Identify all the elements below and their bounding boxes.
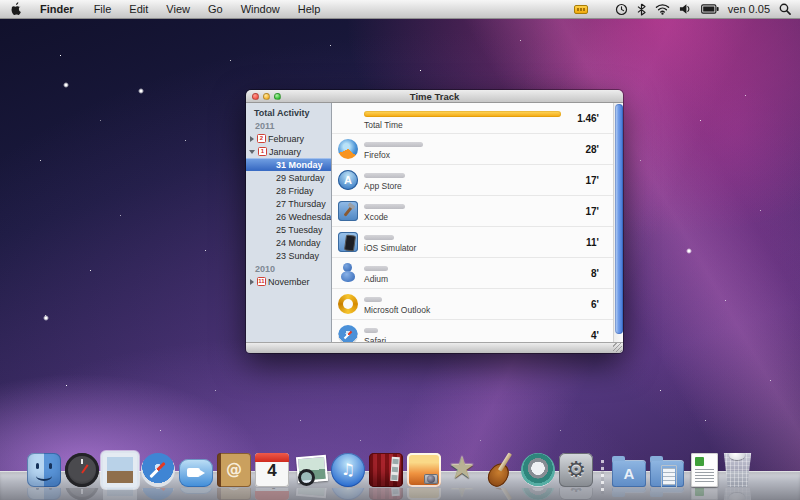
ios-simulator-icon — [338, 232, 358, 252]
sidebar-item-month-february[interactable]: 2February — [246, 132, 331, 145]
sidebar-item-day-31-monday[interactable]: 31 Monday — [246, 158, 331, 171]
dock-item-time-machine[interactable] — [521, 453, 555, 500]
activity-value: 6' — [567, 289, 613, 319]
dock-item-photo-booth[interactable] — [369, 453, 403, 500]
activity-icon-column — [338, 134, 364, 164]
sidebar-item-day-25-tuesday[interactable]: 25 Tuesday — [246, 223, 331, 236]
system-preferences-icon — [559, 488, 593, 500]
garageband-icon — [483, 453, 517, 487]
dock-item-mail[interactable] — [103, 453, 137, 500]
usage-bar — [364, 111, 561, 117]
time-machine-menu-icon[interactable] — [615, 3, 628, 16]
ichat-icon — [179, 488, 213, 494]
dock-item-itunes[interactable] — [331, 453, 365, 500]
disclosure-triangle-icon[interactable] — [250, 279, 254, 285]
activity-row-middle: Total Time — [364, 103, 567, 133]
dock-item-iphoto[interactable] — [407, 453, 441, 500]
dock-item-address-book[interactable] — [217, 453, 251, 500]
applications-folder-reflection — [612, 488, 646, 500]
calendar-badge-icon: 2 — [257, 134, 266, 143]
dock-item-system-preferences[interactable] — [559, 453, 593, 500]
menu-go[interactable]: Go — [199, 0, 232, 18]
documents-folder-icon — [650, 460, 684, 487]
itunes-icon — [331, 453, 365, 487]
sidebar: Total Activity20112February1January31 Mo… — [246, 103, 332, 342]
sidebar-item-day-24-monday[interactable]: 24 Monday — [246, 236, 331, 249]
scrollbar-thumb[interactable] — [615, 104, 623, 334]
time-machine-reflection — [521, 488, 555, 500]
scrollbar-track[interactable] — [613, 103, 623, 342]
apple-menu-icon[interactable] — [9, 2, 25, 17]
activity-row-xcode[interactable]: Xcode17' — [332, 196, 613, 227]
menu-finder[interactable]: Finder — [31, 0, 85, 18]
resize-grip[interactable] — [613, 343, 622, 352]
dock-item-preview[interactable] — [293, 453, 327, 500]
activity-app-label: App Store — [364, 181, 567, 191]
documents-folder-reflection — [650, 488, 684, 500]
bright-star — [43, 315, 49, 321]
sidebar-month-label: January — [269, 147, 301, 157]
adium-icon — [338, 263, 358, 283]
dock-item-ical[interactable]: 44 — [255, 453, 289, 500]
wifi-icon[interactable] — [655, 3, 670, 15]
dock-item-garageband[interactable] — [483, 453, 517, 500]
garageband-icon — [483, 488, 517, 500]
dock-item-ichat[interactable] — [179, 453, 213, 500]
bluetooth-icon[interactable] — [637, 3, 646, 16]
ical-day-number: 4 — [255, 488, 289, 492]
usage-bar — [364, 266, 388, 271]
dock-item-dashboard[interactable] — [65, 453, 99, 500]
sidebar-item-month-january[interactable]: 1January — [246, 145, 331, 158]
mail-icon — [103, 453, 137, 487]
sidebar-item-day-27-thursday[interactable]: 27 Thursday — [246, 197, 331, 210]
activity-icon-column — [338, 196, 364, 226]
address-book-icon — [217, 488, 251, 500]
finder-icon — [27, 488, 61, 500]
activity-row-safari[interactable]: Safari4' — [332, 320, 613, 342]
dock-item-documents-folder[interactable] — [650, 453, 684, 500]
dock-item-finder[interactable] — [27, 453, 61, 500]
dock-item-document-stack[interactable] — [688, 453, 718, 500]
timetrack-menu-icon[interactable] — [574, 5, 588, 14]
sidebar-item-day-23-sunday[interactable]: 23 Sunday — [246, 249, 331, 262]
activity-list: Total Time1.46'Firefox28'App Store17'Xco… — [332, 103, 613, 342]
activity-row-adium[interactable]: Adium8' — [332, 258, 613, 289]
calendar-badge-icon: 11 — [257, 277, 266, 286]
menu-file[interactable]: File — [85, 0, 121, 18]
menu-view[interactable]: View — [157, 0, 199, 18]
dock-item-trash[interactable] — [722, 453, 753, 500]
volume-icon[interactable] — [679, 3, 692, 15]
dock-divider — [601, 460, 604, 494]
activity-row-firefox[interactable]: Firefox28' — [332, 134, 613, 165]
dock-item-imovie[interactable] — [445, 453, 479, 500]
applications-folder-icon — [612, 488, 646, 493]
activity-row-middle: Firefox — [364, 134, 567, 164]
sidebar-item-month-november[interactable]: 11November — [246, 275, 331, 288]
menu-window[interactable]: Window — [232, 0, 289, 18]
activity-row-ios-simulator[interactable]: iOS Simulator11' — [332, 227, 613, 258]
menu-edit[interactable]: Edit — [120, 0, 157, 18]
activity-row-middle: Xcode — [364, 196, 567, 226]
activity-row-microsoft-outlook[interactable]: Microsoft Outlook6' — [332, 289, 613, 320]
dock: 44 — [0, 448, 800, 500]
activity-row-app-store[interactable]: App Store17' — [332, 165, 613, 196]
activity-row-total-time[interactable]: Total Time1.46' — [332, 103, 613, 134]
menu-clock[interactable]: ven 0.05 — [728, 3, 770, 15]
activity-row-middle: Adium — [364, 258, 567, 288]
sidebar-item-day-29-saturday[interactable]: 29 Saturday — [246, 171, 331, 184]
dock-items: 44 — [27, 453, 753, 500]
usage-bar — [364, 297, 382, 302]
sidebar-item-day-28-friday[interactable]: 28 Friday — [246, 184, 331, 197]
sidebar-item-total-activity[interactable]: Total Activity — [246, 106, 331, 119]
title-bar[interactable]: Time Track — [246, 90, 623, 103]
spotlight-icon[interactable] — [779, 3, 791, 15]
sidebar-item-day-26-wednesday[interactable]: 26 Wednesday — [246, 210, 331, 223]
desktop: FinderFileEditViewGoWindowHelp ven 0.05 — [0, 0, 800, 500]
dock-item-applications-folder[interactable] — [612, 453, 646, 500]
menu-help[interactable]: Help — [289, 0, 330, 18]
dock-item-safari[interactable] — [141, 453, 175, 500]
disclosure-triangle-icon[interactable] — [250, 136, 254, 142]
battery-icon[interactable] — [701, 4, 719, 14]
finder-reflection — [27, 488, 61, 500]
disclosure-triangle-icon[interactable] — [249, 150, 255, 154]
